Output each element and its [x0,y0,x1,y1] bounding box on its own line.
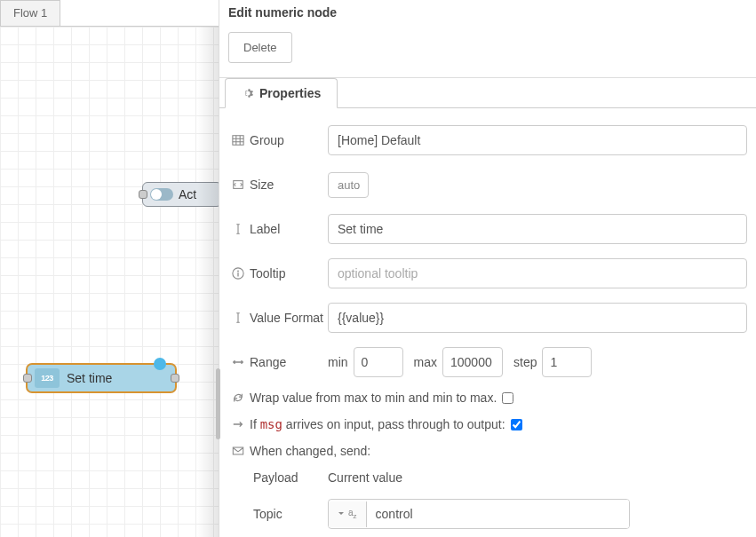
topic-typed-input[interactable]: az [328,499,630,529]
tooltip-input[interactable] [328,258,747,288]
edit-panel: Edit numeric node Delete Properties Grou… [219,0,756,537]
topic-input[interactable] [367,500,629,528]
size-button[interactable]: auto [328,172,369,198]
label-max: max [414,355,437,369]
node-label: Set time [67,371,112,385]
az-icon: az [348,509,357,520]
label-payload: Payload [253,470,328,485]
row-payload: Payload Current value [232,470,747,485]
label-range: Range [250,355,286,369]
numeric-icon: 123 [35,368,60,388]
panel-tabs: Properties [219,77,756,108]
node-port-in[interactable] [139,190,147,199]
tab-properties[interactable]: Properties [225,78,338,108]
text-cursor-icon [232,223,244,235]
passthrough-checkbox[interactable] [511,419,522,430]
scroll-handle[interactable] [216,368,220,439]
topic-type-selector[interactable]: az [329,501,367,527]
row-whenchanged: When changed, send: [232,444,747,458]
arrow-right-icon [232,418,244,430]
max-input[interactable] [442,347,503,377]
row-valueformat: Value Format [232,302,747,334]
delete-button[interactable]: Delete [228,32,292,63]
row-tooltip: Tooltip [232,257,747,289]
envelope-icon [232,445,244,457]
gear-icon [242,87,254,99]
properties-form: Group Size auto Label Tooltip [219,108,756,537]
panel-title: Edit numeric node [219,0,756,25]
row-group: Group [232,124,747,156]
panel-shadow [197,27,219,537]
payload-value: Current value [328,470,402,485]
valueformat-input[interactable] [328,303,747,333]
whenchanged-text: When changed, send: [250,444,370,458]
row-label: Label [232,213,747,245]
flow-grid[interactable]: Act 123 Set time [0,27,219,537]
node-port-out[interactable] [171,374,179,383]
label-input[interactable] [328,214,747,244]
label-label: Label [250,222,280,236]
caret-down-icon [338,510,345,517]
flow-canvas[interactable]: Flow 1 Act 123 Set time [0,0,219,537]
row-size: Size auto [232,169,747,201]
passthrough-text: If msg arrives on input, pass through to… [250,417,505,431]
group-select[interactable] [328,125,747,155]
min-input[interactable] [354,347,403,377]
toggle-icon [150,188,173,201]
flow-tab[interactable]: Flow 1 [0,0,60,26]
svg-rect-8 [237,272,238,276]
node-numeric-settime[interactable]: 123 Set time [27,364,176,392]
label-size: Size [250,178,274,192]
step-input[interactable] [542,347,592,377]
wrap-checkbox[interactable] [502,392,513,404]
label-step: step [513,355,537,369]
msg-code: msg [260,417,283,431]
label-topic: Topic [253,507,328,521]
label-valueformat: Value Format [250,311,323,325]
refresh-icon [232,391,244,404]
node-port-in[interactable] [23,374,32,383]
text-cursor-icon [232,312,244,324]
size-icon [232,178,244,191]
node-label: Act [179,187,196,201]
info-icon [232,267,244,280]
row-topic: Topic az [232,499,747,529]
node-changed-dot [154,358,166,370]
row-wrap: Wrap value from max to min and min to ma… [232,391,747,405]
delete-row: Delete [219,25,756,78]
label-tooltip: Tooltip [250,266,285,280]
flow-tabs: Flow 1 [0,0,219,27]
table-icon [232,134,244,146]
tab-label: Properties [259,86,321,100]
wrap-text: Wrap value from max to min and min to ma… [250,391,497,405]
arrows-h-icon [232,356,244,368]
row-passthrough: If msg arrives on input, pass through to… [232,417,747,431]
svg-point-7 [237,271,239,272]
label-min: min [328,355,348,369]
svg-rect-0 [233,136,243,146]
row-range: Range min max step [232,346,747,378]
label-group: Group [250,133,284,147]
